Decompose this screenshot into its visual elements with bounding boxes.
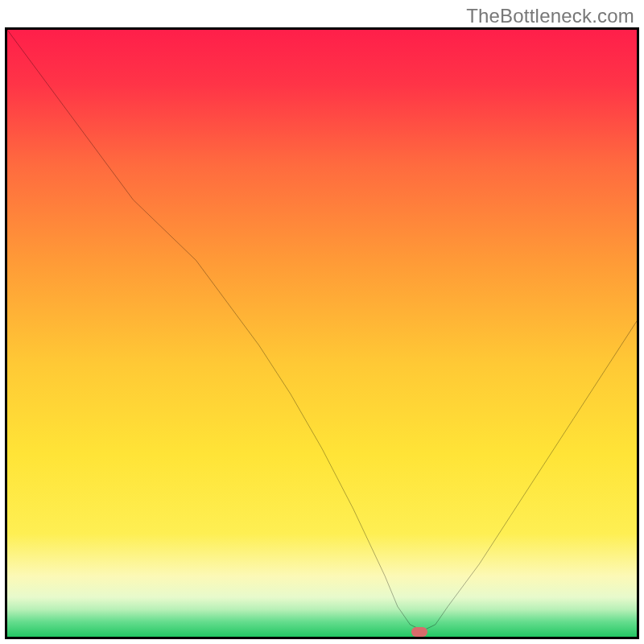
bottleneck-curve <box>7 30 637 637</box>
optimum-marker <box>411 627 427 637</box>
chart-stage: TheBottleneck.com <box>0 0 644 644</box>
watermark-label: TheBottleneck.com <box>466 5 634 27</box>
